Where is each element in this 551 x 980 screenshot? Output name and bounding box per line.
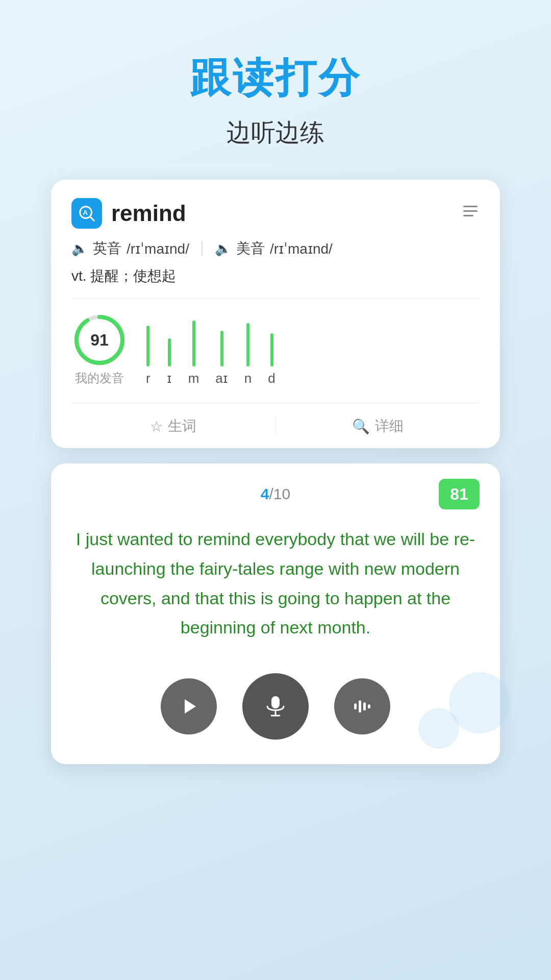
- svg-rect-7: [271, 696, 280, 708]
- phoneme-bar: [270, 333, 273, 366]
- phoneme-bar: [246, 323, 249, 366]
- practice-text: I just wanted to remind everybody that w…: [71, 525, 480, 643]
- waveform-icon: [351, 695, 373, 718]
- play-icon: [178, 695, 200, 718]
- decorative-bubble-2: [418, 708, 459, 749]
- play-button[interactable]: [161, 678, 217, 734]
- waveform-button[interactable]: [334, 678, 390, 734]
- phonetic-uk-label: 英音: [93, 239, 121, 258]
- phoneme-symbol: n: [244, 371, 252, 386]
- phoneme-symbol: r: [146, 371, 151, 386]
- svg-rect-13: [368, 704, 370, 708]
- svg-rect-3: [463, 206, 478, 207]
- phoneme-symbol: d: [268, 371, 275, 386]
- detail-label: 详细: [375, 416, 404, 436]
- action-bar: ☆ 生词 🔍 详细: [71, 411, 480, 436]
- divider-bottom: [71, 403, 480, 403]
- svg-rect-12: [363, 702, 366, 710]
- progress-row: 4/10 81: [71, 479, 480, 509]
- definition: vt. 提醒；使想起: [71, 266, 480, 286]
- word-title: remind: [111, 201, 186, 226]
- phoneme-item: m: [188, 321, 199, 386]
- phoneme-bar: [168, 338, 171, 366]
- phonetic-row: 🔈 英音 /rɪˈmaɪnd/ 🔈 美音 /rɪˈmaɪnd/: [71, 239, 480, 258]
- phonetic-us-value: /rɪˈmaɪnd/: [270, 240, 333, 257]
- phoneme-symbol: ɪ: [167, 371, 172, 386]
- speaker-uk-icon[interactable]: 🔈: [71, 241, 88, 257]
- dict-card: A remind 🔈 英音 /rɪˈmaɪnd/ 🔈 美音 /rɪˈmaɪnd/…: [51, 180, 500, 448]
- dict-header: A remind: [71, 198, 480, 229]
- header-section: 跟读打分 边听边练: [190, 0, 361, 180]
- vocabulary-label: 生词: [168, 416, 196, 436]
- mic-button[interactable]: [242, 673, 309, 740]
- phoneme-bar: [220, 331, 223, 366]
- phoneme-symbol: aɪ: [215, 371, 228, 386]
- progress-text: 4/10: [208, 485, 344, 503]
- app-icon: A: [71, 198, 102, 229]
- phonetic-us-label: 美音: [236, 239, 265, 258]
- speaker-us-icon[interactable]: 🔈: [215, 241, 231, 257]
- progress-total: 10: [273, 485, 290, 502]
- phoneme-item: d: [268, 333, 275, 386]
- phonetic-uk-value: /rɪˈmaɪnd/: [127, 240, 189, 257]
- phoneme-item: r: [146, 326, 151, 386]
- detail-action[interactable]: 🔍 详细: [276, 416, 480, 436]
- svg-rect-4: [463, 210, 478, 212]
- search-icon: 🔍: [352, 418, 370, 435]
- app-logo-icon: A: [77, 204, 96, 223]
- phonetic-divider: [202, 241, 203, 256]
- score-circle: 91: [71, 312, 128, 368]
- phoneme-bar: [192, 321, 195, 366]
- phoneme-bars: rɪmaɪnd: [146, 321, 480, 386]
- phoneme-item: n: [244, 323, 252, 386]
- progress-current: 4: [261, 485, 269, 502]
- score-section: 91 我的发音 rɪmaɪnd: [71, 307, 480, 395]
- phoneme-symbol: m: [188, 371, 199, 386]
- phoneme-item: ɪ: [167, 338, 172, 386]
- my-pronunciation-label: 我的发音: [71, 370, 128, 386]
- divider-top: [71, 298, 480, 299]
- sub-title: 边听边练: [190, 116, 361, 149]
- svg-marker-6: [185, 699, 196, 714]
- svg-rect-5: [463, 215, 473, 216]
- score-number: 91: [90, 331, 109, 350]
- dict-logo-row: A remind: [71, 198, 186, 229]
- phonetic-uk: 🔈 英音 /rɪˈmaɪnd/: [71, 239, 189, 258]
- main-title: 跟读打分: [190, 51, 361, 106]
- svg-text:A: A: [83, 209, 88, 216]
- phoneme-bar: [146, 326, 149, 366]
- phoneme-item: aɪ: [215, 331, 228, 386]
- phonetic-us: 🔈 美音 /rɪˈmaɪnd/: [215, 239, 333, 258]
- score-badge: 81: [439, 479, 480, 509]
- star-icon: ☆: [150, 418, 163, 435]
- svg-line-1: [90, 217, 94, 221]
- menu-icon[interactable]: [461, 202, 480, 225]
- svg-rect-10: [354, 703, 357, 709]
- progress-separator: /: [269, 485, 273, 502]
- vocabulary-action[interactable]: ☆ 生词: [71, 416, 276, 436]
- practice-card: 4/10 81 I just wanted to remind everybod…: [51, 463, 500, 764]
- svg-rect-11: [359, 700, 361, 713]
- microphone-icon: [262, 693, 289, 720]
